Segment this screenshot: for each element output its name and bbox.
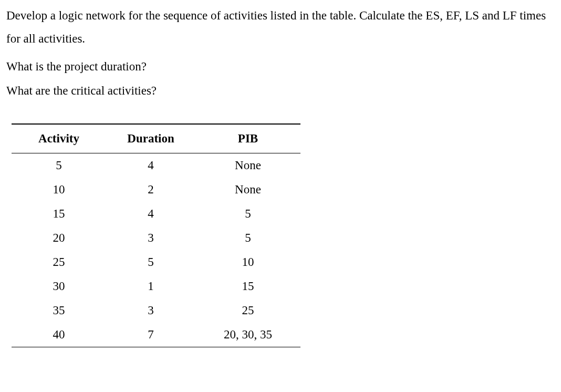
cell-pib: 10 (195, 250, 300, 274)
table-row: 10 2 None (12, 178, 300, 202)
table-row: 30 1 15 (12, 274, 300, 298)
cell-activity: 30 (12, 274, 106, 298)
cell-duration: 7 (106, 323, 195, 347)
header-pib: PIB (195, 124, 300, 153)
cell-duration: 1 (106, 274, 195, 298)
intro-paragraph: Develop a logic network for the sequence… (6, 4, 555, 50)
table-row: 40 7 20, 30, 35 (12, 323, 300, 347)
table-row: 15 4 5 (12, 202, 300, 226)
cell-pib: 5 (195, 202, 300, 226)
cell-duration: 5 (106, 250, 195, 274)
cell-pib: None (195, 178, 300, 202)
cell-activity: 5 (12, 153, 106, 178)
table-row: 25 5 10 (12, 250, 300, 274)
table-row: 5 4 None (12, 153, 300, 178)
table-row: 20 3 5 (12, 226, 300, 250)
cell-duration: 3 (106, 298, 195, 323)
cell-activity: 40 (12, 323, 106, 347)
cell-activity: 25 (12, 250, 106, 274)
question-critical: What are the critical activities? (6, 79, 555, 102)
cell-duration: 3 (106, 226, 195, 250)
cell-duration: 4 (106, 153, 195, 178)
table-header-row: Activity Duration PIB (12, 124, 300, 153)
header-activity: Activity (12, 124, 106, 153)
header-duration: Duration (106, 124, 195, 153)
question-duration: What is the project duration? (6, 55, 555, 78)
activity-table: Activity Duration PIB 5 4 None 10 2 None… (12, 123, 300, 347)
cell-pib: 20, 30, 35 (195, 323, 300, 347)
activity-table-wrap: Activity Duration PIB 5 4 None 10 2 None… (12, 123, 555, 347)
cell-pib: 25 (195, 298, 300, 323)
cell-pib: None (195, 153, 300, 178)
table-row: 35 3 25 (12, 298, 300, 323)
cell-activity: 20 (12, 226, 106, 250)
cell-activity: 15 (12, 202, 106, 226)
cell-pib: 15 (195, 274, 300, 298)
cell-duration: 4 (106, 202, 195, 226)
cell-pib: 5 (195, 226, 300, 250)
cell-duration: 2 (106, 178, 195, 202)
cell-activity: 35 (12, 298, 106, 323)
page: Develop a logic network for the sequence… (0, 0, 561, 347)
cell-activity: 10 (12, 178, 106, 202)
